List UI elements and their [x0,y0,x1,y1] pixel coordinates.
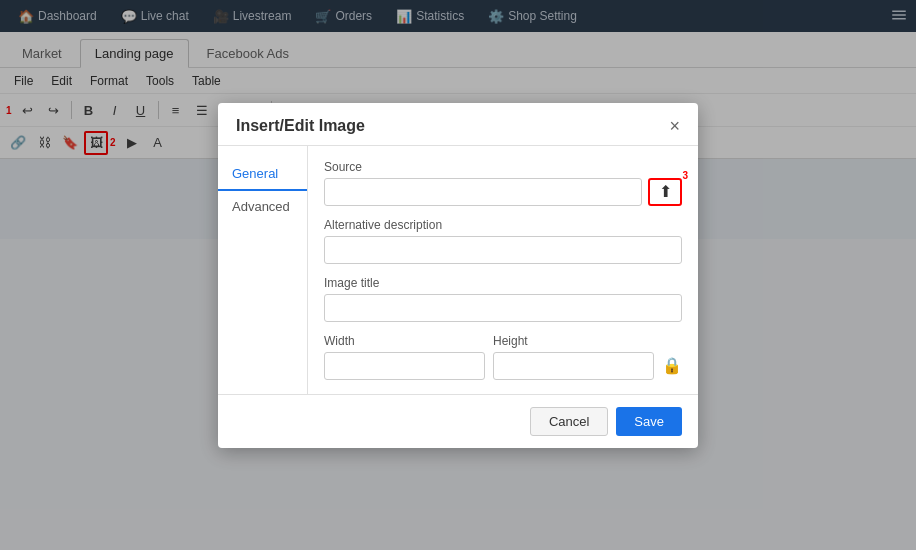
title-input[interactable] [324,294,682,322]
lock-icon: 🔒 [662,356,682,375]
insert-edit-image-modal: Insert/Edit Image × General Advanced Sou… [218,103,698,448]
source-label: Source [324,160,682,174]
modal-content: Source 3 ⬆ Alternative description [308,146,698,394]
badge-3: 3 [682,170,688,181]
height-field: Height [493,334,654,380]
modal-body: General Advanced Source 3 ⬆ [218,146,698,394]
height-input[interactable] [493,352,654,380]
modal-overlay: Insert/Edit Image × General Advanced Sou… [0,0,916,550]
alt-field-group: Alternative description [324,218,682,264]
modal-header: Insert/Edit Image × [218,103,698,146]
save-button[interactable]: Save [616,407,682,436]
width-input[interactable] [324,352,485,380]
upload-icon: ⬆ [659,182,672,201]
modal-tab-general[interactable]: General [218,158,307,191]
title-label: Image title [324,276,682,290]
modal-tab-advanced[interactable]: Advanced [218,191,307,222]
source-field-group: Source 3 ⬆ [324,160,682,206]
width-label: Width [324,334,485,348]
modal-footer: Cancel Save [218,394,698,448]
dimensions-row: Width Height 🔒 [324,334,682,380]
alt-input[interactable] [324,236,682,264]
alt-label: Alternative description [324,218,682,232]
source-input[interactable] [324,178,642,206]
modal-tabs: General Advanced [218,146,308,394]
modal-close-button[interactable]: × [669,117,680,135]
modal-title: Insert/Edit Image [236,117,365,135]
source-row: 3 ⬆ [324,178,682,206]
title-field-group: Image title [324,276,682,322]
width-field: Width [324,334,485,380]
cancel-button[interactable]: Cancel [530,407,608,436]
height-label: Height [493,334,654,348]
upload-button[interactable]: 3 ⬆ [648,178,682,206]
